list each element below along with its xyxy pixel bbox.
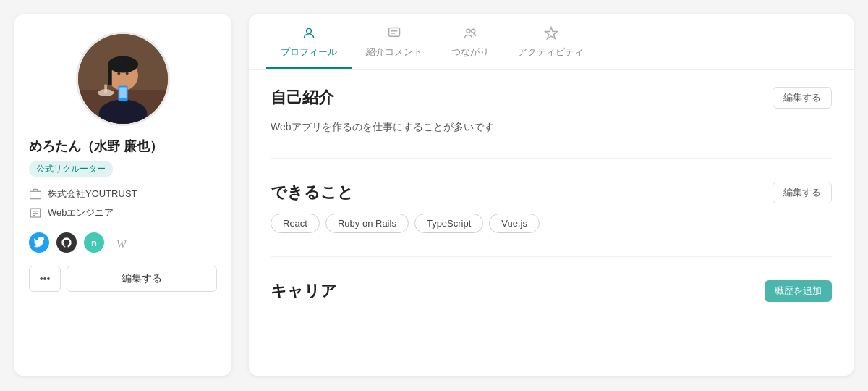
career-section: キャリア 職歴を追加 — [271, 280, 832, 335]
self-intro-edit-button[interactable]: 編集する — [773, 87, 832, 109]
edit-profile-button[interactable]: 編集する — [67, 266, 217, 292]
svg-point-5 — [108, 56, 138, 73]
role-name: Webエンジニア — [48, 206, 114, 219]
svg-rect-13 — [104, 85, 107, 93]
skill-tag: Vue.js — [489, 214, 540, 233]
skills-list: ReactRuby on RailsTypeScriptVue.js — [271, 214, 832, 233]
note-icon[interactable]: n — [84, 232, 104, 253]
wantedly-icon[interactable]: w — [111, 232, 132, 253]
profile-tab-icon — [302, 26, 316, 43]
svg-point-24 — [467, 29, 470, 33]
skills-section: できること 編集する ReactRuby on RailsTypeScriptV… — [271, 182, 832, 257]
skills-edit-button[interactable]: 編集する — [773, 182, 832, 203]
skills-title: できること — [271, 182, 354, 203]
svg-point-3 — [99, 100, 148, 126]
connections-tab-icon — [463, 26, 477, 43]
tab-profile[interactable]: プロフィール — [266, 14, 352, 69]
self-intro-text: Webアプリを作るのを仕事にすることが多いです — [271, 119, 832, 135]
career-title: キャリア — [271, 280, 337, 302]
self-intro-section: 自己紹介 編集する Webアプリを作るのを仕事にすることが多いです — [271, 87, 832, 159]
tabs: プロフィール 紹介コメント つながり — [249, 14, 854, 70]
svg-rect-21 — [389, 28, 400, 37]
page-container: めろたん（水野 廉也） 公式リクルーター 株式会社YOUTRUST Webエンジ… — [14, 14, 854, 376]
skill-tag: React — [271, 214, 320, 233]
svg-point-9 — [116, 76, 129, 85]
avatar-wrapper — [29, 32, 217, 126]
more-options-button[interactable]: ••• — [29, 266, 61, 292]
social-icons: n w — [29, 232, 217, 253]
company-meta: 株式会社YOUTRUST — [29, 188, 217, 201]
tab-comments[interactable]: 紹介コメント — [352, 14, 437, 69]
svg-rect-6 — [108, 64, 112, 85]
profile-content: 自己紹介 編集する Webアプリを作るのを仕事にすることが多いです できること … — [249, 70, 854, 376]
role-meta: Webエンジニア — [29, 206, 217, 219]
profile-badge: 公式リクルーター — [29, 161, 113, 177]
avatar — [76, 32, 170, 126]
tab-profile-label: プロフィール — [281, 46, 337, 59]
profile-main: プロフィール 紹介コメント つながり — [249, 14, 854, 376]
svg-marker-26 — [545, 28, 557, 39]
comments-tab-icon — [387, 26, 401, 43]
activity-tab-icon — [544, 26, 558, 43]
svg-rect-14 — [30, 191, 41, 199]
company-icon — [29, 188, 42, 201]
tab-activity-label: アクティビティ — [518, 46, 584, 59]
svg-rect-8 — [119, 87, 127, 98]
tab-activity[interactable]: アクティビティ — [503, 14, 598, 69]
svg-point-20 — [307, 28, 312, 33]
skill-tag: Ruby on Rails — [326, 214, 409, 233]
career-header: キャリア 職歴を追加 — [271, 280, 832, 302]
profile-meta: 株式会社YOUTRUST Webエンジニア — [29, 188, 217, 219]
tab-connections[interactable]: つながり — [437, 14, 503, 69]
tab-comments-label: 紹介コメント — [366, 46, 422, 59]
svg-point-10 — [117, 72, 120, 75]
profile-name: めろたん（水野 廉也） — [29, 138, 217, 155]
add-career-button[interactable]: 職歴を追加 — [765, 280, 832, 302]
skill-tag: TypeScript — [414, 214, 483, 233]
twitter-icon[interactable] — [29, 232, 49, 253]
skills-header: できること 編集する — [271, 182, 832, 203]
profile-card: めろたん（水野 廉也） 公式リクルーター 株式会社YOUTRUST Webエンジ… — [14, 14, 231, 376]
role-icon — [29, 206, 42, 219]
svg-point-25 — [472, 29, 475, 33]
tab-connections-label: つながり — [451, 46, 489, 59]
company-name: 株式会社YOUTRUST — [48, 188, 137, 201]
github-icon[interactable] — [56, 232, 77, 253]
svg-point-11 — [126, 72, 129, 75]
profile-actions: ••• 編集する — [29, 266, 217, 292]
self-intro-header: 自己紹介 編集する — [271, 87, 832, 109]
self-intro-title: 自己紹介 — [271, 87, 334, 109]
